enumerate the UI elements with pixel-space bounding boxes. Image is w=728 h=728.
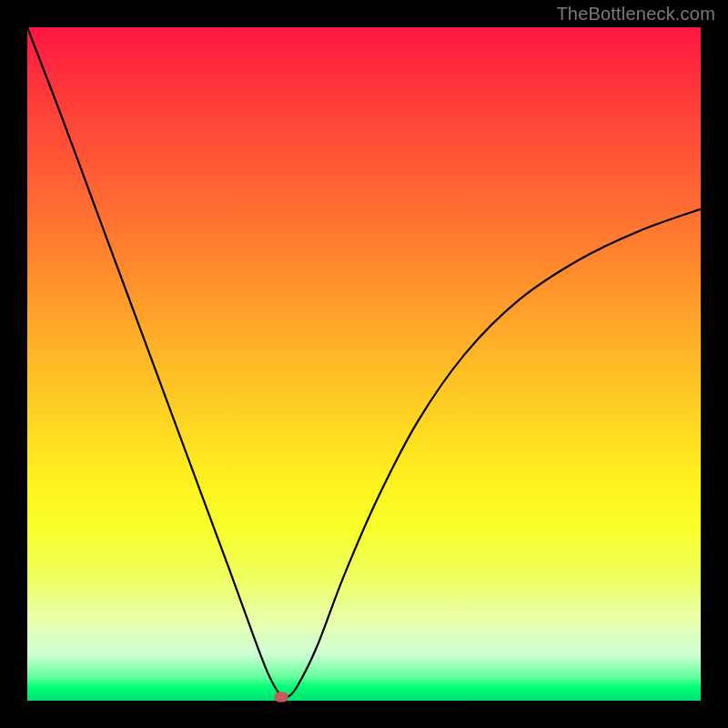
watermark-text: TheBottleneck.com — [556, 4, 715, 25]
chart-background — [27, 27, 701, 701]
minimum-marker — [274, 692, 288, 702]
